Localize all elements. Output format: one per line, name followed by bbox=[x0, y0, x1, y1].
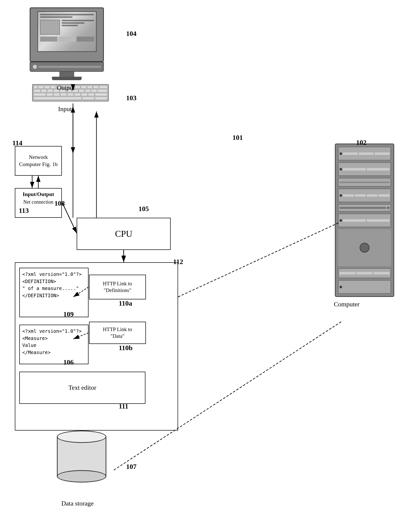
cpu-box: CPU bbox=[77, 218, 171, 250]
svg-line-9 bbox=[62, 203, 77, 233]
xml-definition-box: <?xml version="1.0"?><DEFINITION>" of a … bbox=[19, 268, 89, 317]
ref-105-label: 105 bbox=[138, 205, 149, 213]
ref-107-label: 107 bbox=[126, 463, 137, 471]
ref-113: 113 bbox=[19, 206, 29, 215]
ref-111-label: 111 bbox=[119, 402, 128, 410]
diagram-container: Network Computer Fig. 1b Input/Output Ne… bbox=[0, 0, 414, 532]
ref-109-label: 109 bbox=[63, 310, 74, 318]
ref-110a-label: 110a bbox=[119, 299, 132, 307]
net-connection-label: Net connection bbox=[23, 199, 53, 205]
xml-measure-box: <?xml version="1.0"?><Measure>Value</Mea… bbox=[19, 325, 89, 364]
ref-102-label: 102 bbox=[356, 139, 367, 146]
ref-106-label: 106 bbox=[63, 358, 74, 366]
ref-112-label: 112 bbox=[173, 258, 183, 266]
ref-101-label: 101 bbox=[232, 134, 243, 142]
network-computer-box: Network Computer Fig. 1b bbox=[15, 146, 62, 176]
ref-103: 103 bbox=[126, 94, 137, 102]
output-label: Output bbox=[57, 84, 75, 92]
computer-label: Computer bbox=[334, 301, 360, 308]
http-data-box: HTTP Link to"Data" bbox=[89, 322, 146, 344]
text-editor-box: Text editor bbox=[19, 372, 145, 404]
database-illustration bbox=[57, 431, 106, 483]
ref-108-label: 108 bbox=[54, 199, 65, 207]
server-illustration bbox=[335, 144, 394, 297]
http-definitions-box: HTTP Link to"Definitions" bbox=[89, 275, 146, 299]
data-storage-label: Data storage bbox=[61, 500, 94, 507]
ref-114-label: 114 bbox=[12, 139, 22, 147]
io-label: Input/Output bbox=[23, 191, 54, 198]
svg-line-13 bbox=[178, 223, 339, 297]
input-label: Input bbox=[58, 105, 72, 113]
ref-104: 104 bbox=[126, 30, 137, 38]
monitor-illustration bbox=[25, 7, 109, 82]
ref-110b-label: 110b bbox=[119, 344, 133, 352]
svg-line-15 bbox=[62, 203, 77, 233]
